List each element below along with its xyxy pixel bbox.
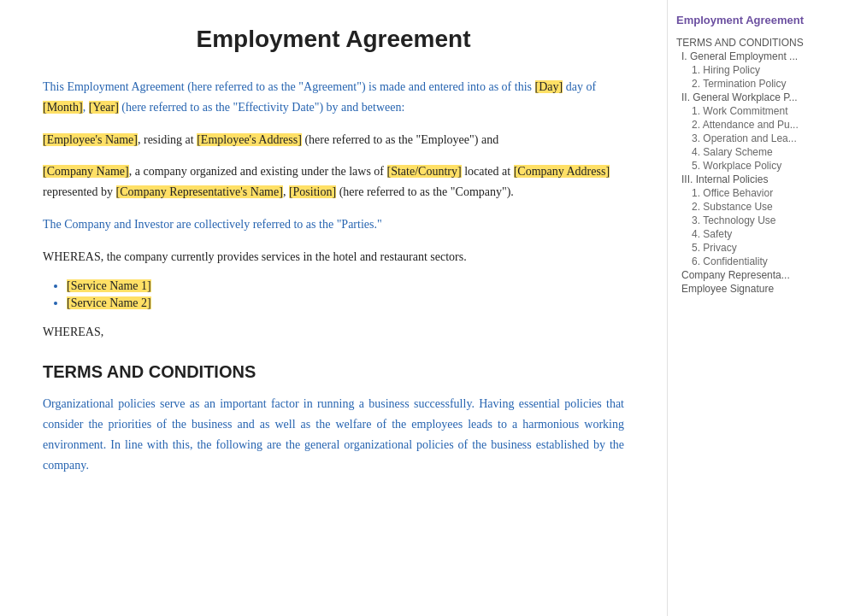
service-item-2: [Service Name 2] <box>67 296 624 310</box>
company-address-placeholder: [Company Address] <box>514 165 610 178</box>
sidebar-technology-use[interactable]: 3. Technology Use <box>692 214 838 226</box>
sidebar-group-terms: TERMS AND CONDITIONS I. General Employme… <box>676 37 838 295</box>
sidebar: Employment Agreement TERMS AND CONDITION… <box>667 0 846 616</box>
parties-paragraph: The Company and Investor are collectivel… <box>43 214 624 235</box>
services-list: [Service Name 1] [Service Name 2] <box>67 279 624 310</box>
employee-paragraph: [Employee's Name], residing at [Employee… <box>43 130 624 150</box>
page-title: Employment Agreement <box>43 26 624 53</box>
company-name-placeholder: [Company Name] <box>43 165 129 178</box>
sidebar-substance-use[interactable]: 2. Substance Use <box>692 201 838 213</box>
main-content: Employment Agreement This Employment Agr… <box>0 0 667 616</box>
sidebar-company-rep[interactable]: Company Representa... <box>681 269 838 281</box>
sidebar-salary-scheme[interactable]: 4. Salary Scheme <box>692 146 838 158</box>
sidebar-safety[interactable]: 4. Safety <box>692 228 838 240</box>
intro-paragraph: This Employment Agreement (here referred… <box>43 77 624 118</box>
sidebar-hiring-policy[interactable]: 1. Hiring Policy <box>692 64 838 76</box>
sidebar-office-behavior[interactable]: 1. Office Behavior <box>692 187 838 199</box>
year-placeholder: [Year] <box>89 101 119 114</box>
whereas-paragraph-2: WHEREAS, <box>43 322 624 343</box>
sidebar-attendance[interactable]: 2. Attendance and Pu... <box>692 119 838 131</box>
sidebar-title[interactable]: Employment Agreement <box>676 14 838 30</box>
day-placeholder: [Day] <box>535 80 563 93</box>
sidebar-general-workplace[interactable]: II. General Workplace P... <box>681 91 838 103</box>
state-placeholder: [State/Country] <box>387 165 462 178</box>
org-paragraph: Organizational policies serve as an impo… <box>43 394 624 475</box>
sidebar-general-employment[interactable]: I. General Employment ... <box>681 50 838 62</box>
sidebar-termination-policy[interactable]: 2. Termination Policy <box>692 78 838 90</box>
service-item-1: [Service Name 1] <box>67 279 624 293</box>
whereas-paragraph-1: WHEREAS, the company currently provides … <box>43 247 624 267</box>
rep-name-placeholder: [Company Representative's Name] <box>116 185 283 198</box>
sidebar-work-commitment[interactable]: 1. Work Commitment <box>692 105 838 117</box>
company-paragraph: [Company Name], a company organized and … <box>43 161 624 202</box>
employee-address-placeholder: [Employee's Address] <box>197 133 302 146</box>
sidebar-section-terms[interactable]: TERMS AND CONDITIONS <box>676 37 838 49</box>
sidebar-confidentiality[interactable]: 6. Confidentiality <box>692 255 838 267</box>
month-placeholder: [Month] <box>43 101 83 114</box>
sidebar-workplace-policy[interactable]: 5. Workplace Policy <box>692 160 838 172</box>
terms-heading: TERMS AND CONDITIONS <box>43 362 624 382</box>
sidebar-privacy[interactable]: 5. Privacy <box>692 242 838 254</box>
sidebar-employee-signature[interactable]: Employee Signature <box>681 283 838 295</box>
document-body: This Employment Agreement (here referred… <box>43 77 624 476</box>
sidebar-operation[interactable]: 3. Operation and Lea... <box>692 132 838 144</box>
intro-text-blue: This Employment Agreement (here referred… <box>43 80 535 93</box>
employee-name-placeholder: [Employee's Name] <box>43 133 138 146</box>
sidebar-internal-policies[interactable]: III. Internal Policies <box>681 173 838 185</box>
position-placeholder: [Position] <box>289 185 336 198</box>
